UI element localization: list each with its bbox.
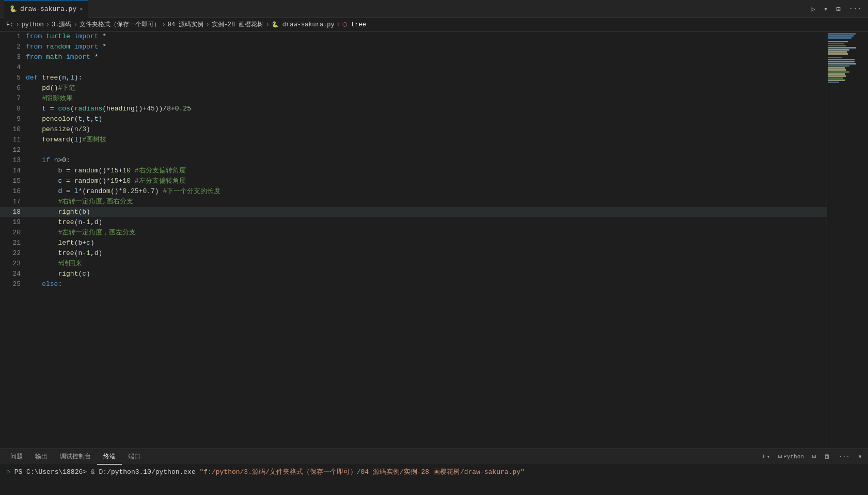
code-line-4: 4 — [0, 62, 827, 73]
panel-tab-debug[interactable]: 调试控制台 — [54, 449, 97, 465]
terminal-area[interactable]: ○ PS C:\Users\18826> & D:/python3.10/pyt… — [0, 464, 868, 495]
file-icon: 🐍 — [9, 5, 17, 13]
terminal-circle-icon: ○ — [6, 468, 10, 476]
trash-button[interactable]: 🗑 — [822, 452, 832, 461]
terminal-python-exe: D:/python3.10/python.exe — [99, 468, 199, 476]
tab-close-button[interactable]: × — [80, 6, 83, 12]
run-dropdown-button[interactable]: ▾ — [822, 4, 830, 14]
breadcrumb-source[interactable]: 3.源码 — [52, 20, 71, 29]
more-actions-button[interactable]: ··· — [847, 4, 864, 14]
code-line-8: 8 t = cos(radians(heading()+45))/8+0.25 — [0, 104, 827, 114]
code-line-1: 1 from turtle import * — [0, 31, 827, 42]
split-terminal-button[interactable]: ⊡ Python — [776, 452, 806, 461]
code-line-5: 5 def tree(n,l): — [0, 73, 827, 83]
terminal-prompt: PS C:\Users\18826> — [14, 468, 91, 476]
split-icon: ⊡ — [778, 453, 782, 460]
code-line-3: 3 from math import * — [0, 52, 827, 62]
python-label: Python — [783, 454, 804, 460]
split-editor-button[interactable]: ⊡ — [834, 4, 842, 14]
run-button[interactable]: ▷ — [809, 4, 817, 14]
terminal-line: ○ PS C:\Users\18826> & D:/python3.10/pyt… — [6, 467, 862, 476]
code-line-19: 19 tree(n-1,d) — [0, 217, 827, 228]
terminal-ampersand: & — [91, 468, 95, 476]
panel-tab-terminal[interactable]: 终端 — [97, 449, 122, 465]
code-line-13: 13 if n>0: — [0, 155, 827, 166]
split-pane-icon: ⊡ — [812, 453, 816, 460]
code-line-15: 15 c = random()*15+10 #左分支偏转角度 — [0, 176, 827, 186]
title-bar: 🐍 draw-sakura.py × ▷ ▾ ⊡ ··· — [0, 0, 868, 18]
code-line-11: 11 forward(l)#画树枝 — [0, 135, 827, 145]
editor-tab[interactable]: 🐍 draw-sakura.py × — [4, 0, 88, 18]
kill-terminal-button[interactable]: ⊡ — [810, 452, 818, 461]
code-line-6: 6 pd()#下笔 — [0, 83, 827, 93]
code-line-17: 17 #右转一定角度,画右分支 — [0, 197, 827, 207]
breadcrumb-examples[interactable]: 04 源码实例 — [168, 20, 204, 29]
code-line-10: 10 pensize(n/3) — [0, 124, 827, 135]
code-line-20: 20 #左转一定角度，画左分支 — [0, 228, 827, 238]
breadcrumb-python[interactable]: python — [22, 21, 44, 28]
breadcrumb-drive[interactable]: F: — [6, 21, 13, 28]
tab-filename: draw-sakura.py — [20, 5, 76, 13]
panel-tab-problems[interactable]: 问题 — [4, 449, 29, 465]
code-line-24: 24 right(c) — [0, 269, 827, 279]
code-line-21: 21 left(b+c) — [0, 238, 827, 248]
code-line-18: 18 right(b) — [0, 207, 827, 217]
panel-tabs: 问题 输出 调试控制台 终端 端口 + ▾ ⊡ Python ⊡ 🗑 ··· ∧ — [0, 449, 868, 464]
collapse-panel-button[interactable]: ∧ — [856, 452, 864, 461]
plus-icon: + — [762, 453, 765, 460]
breadcrumb-folder-format[interactable]: 文件夹格式（保存一个即可） — [80, 20, 160, 29]
code-line-16: 16 d = l*(random()*0.25+0.7) #下一个分支的长度 — [0, 186, 827, 197]
breadcrumb-symbol[interactable]: ⬡ tree — [342, 21, 366, 28]
dropdown-icon: ▾ — [767, 454, 770, 460]
breadcrumb-sakura[interactable]: 实例-28 画樱花树 — [212, 20, 264, 29]
code-line-25: 25 else: — [0, 279, 827, 290]
code-line-14: 14 b = random()*15+10 #右分支偏转角度 — [0, 166, 827, 176]
title-bar-actions: ▷ ▾ ⊡ ··· — [809, 4, 864, 14]
editor-container: 1 from turtle import * 2 from random imp… — [0, 31, 868, 449]
new-terminal-button[interactable]: + ▾ — [760, 452, 772, 461]
breadcrumb-file[interactable]: 🐍 draw-sakura.py — [272, 21, 335, 28]
minimap — [827, 31, 868, 449]
code-line-12: 12 — [0, 145, 827, 155]
code-line-9: 9 pencolor(t,t,t) — [0, 114, 827, 124]
code-line-23: 23 #转回来 — [0, 259, 827, 269]
panel-tab-output[interactable]: 输出 — [29, 449, 54, 465]
trash-icon: 🗑 — [824, 453, 830, 460]
more-panel-button[interactable]: ··· — [837, 452, 852, 461]
breadcrumb: F: › python › 3.源码 › 文件夹格式（保存一个即可） › 04 … — [0, 18, 868, 31]
panel-tab-ports[interactable]: 端口 — [122, 449, 147, 465]
code-area[interactable]: 1 from turtle import * 2 from random imp… — [0, 31, 868, 449]
terminal-script-path: "f:/python/3.源码/文件夹格式（保存一个即可）/04 源码实例/实例… — [200, 468, 525, 476]
code-line-2: 2 from random import * — [0, 42, 827, 52]
code-line-7: 7 #阴影效果 — [0, 93, 827, 104]
panel-actions: + ▾ ⊡ Python ⊡ 🗑 ··· ∧ — [760, 452, 864, 461]
code-line-22: 22 tree(n-1,d) — [0, 248, 827, 259]
